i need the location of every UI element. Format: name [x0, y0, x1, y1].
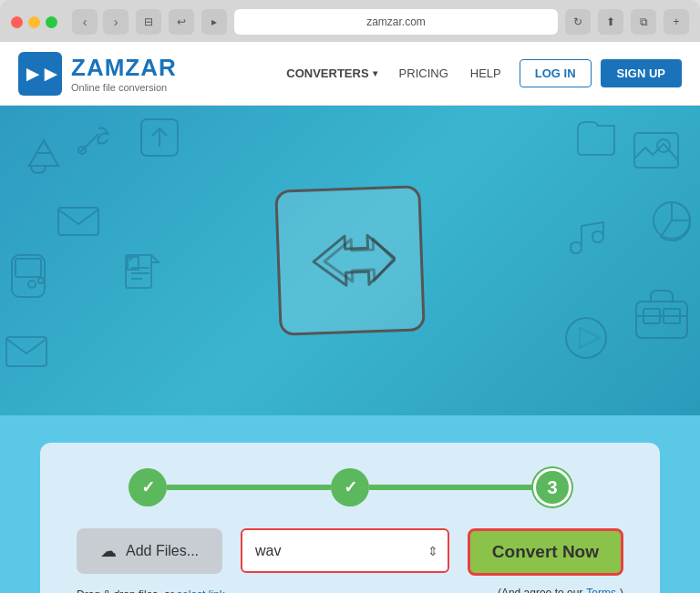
- reader-mode-button[interactable]: ↩: [169, 9, 194, 35]
- hero-arrows-svg: [304, 227, 396, 293]
- sub-left: Drag & drop files, or select link Max. f…: [77, 587, 225, 593]
- doodle-photo: [631, 124, 682, 175]
- upload-icon: ☁: [100, 541, 117, 561]
- doodle-folder: [574, 115, 618, 158]
- refresh-button[interactable]: ↻: [565, 9, 591, 35]
- add-files-label: Add Files...: [126, 543, 199, 559]
- sub-right: (And agree to our Terms ) ✉ Email when d…: [498, 587, 623, 593]
- drag-text: Drag & drop files, or: [77, 588, 174, 593]
- doodle-video: [563, 315, 609, 361]
- forward-button[interactable]: ›: [103, 9, 129, 35]
- step-2-circle: ✓: [331, 468, 369, 506]
- form-area: ✓ ✓ 3 ☁ Add Files... wav mp3: [0, 415, 700, 593]
- nav-help[interactable]: HELP: [470, 66, 501, 80]
- doodle-arrow-up: [137, 115, 182, 160]
- svg-point-5: [28, 281, 36, 288]
- close-button[interactable]: [11, 16, 23, 28]
- convert-now-button[interactable]: Convert Now: [468, 528, 623, 576]
- doodle-envelope: [5, 333, 48, 370]
- doodle-email: [55, 197, 102, 244]
- traffic-lights: [11, 16, 57, 28]
- screen-button[interactable]: ▸: [201, 9, 227, 35]
- url-bar[interactable]: zamzar.com: [234, 9, 558, 35]
- terms-close: ): [620, 587, 623, 593]
- url-text: zamzar.com: [366, 15, 426, 28]
- browser-window: ‹ › ⊟ ↩ ▸ zamzar.com ↻ ⬆ ⧉ + ►► ZAMZAR O…: [0, 0, 700, 593]
- step-line-1: [167, 485, 331, 490]
- format-select-wrap: wav mp3 aac flac ogg ⇕: [241, 528, 449, 573]
- terms-link[interactable]: Terms: [586, 587, 616, 593]
- converters-dropdown-arrow: ▾: [373, 68, 377, 78]
- hero-center-logo: [277, 188, 423, 333]
- doodle-music: [565, 215, 609, 259]
- doodle-camera-bag: [633, 283, 691, 342]
- svg-point-6: [38, 278, 44, 283]
- tabs-button[interactable]: ⧉: [631, 9, 656, 35]
- logo-tagline: Online file conversion: [71, 82, 177, 93]
- share-button[interactable]: ⬆: [598, 9, 623, 35]
- nav-pricing[interactable]: PRICING: [399, 66, 448, 80]
- svg-rect-9: [6, 337, 46, 366]
- select-link[interactable]: select link: [177, 588, 225, 593]
- step-1-circle: ✓: [129, 468, 167, 506]
- format-select[interactable]: wav mp3 aac flac ogg: [241, 528, 449, 573]
- nav-converters[interactable]: CONVERTERS ▾: [286, 66, 376, 80]
- sidebar-toggle-button[interactable]: ⊟: [136, 9, 161, 35]
- convert-button-wrap: Convert Now: [468, 528, 623, 576]
- svg-rect-2: [58, 208, 98, 235]
- terms-text: (And agree to our: [498, 587, 582, 593]
- doodle-gameboy: [5, 251, 52, 299]
- login-button[interactable]: LOG IN: [520, 59, 592, 87]
- doodle-wrench: [73, 119, 113, 159]
- form-inner: ✓ ✓ 3 ☁ Add Files... wav mp3: [40, 443, 660, 593]
- steps-bar: ✓ ✓ 3: [77, 468, 623, 506]
- hero-logo-box: [274, 185, 425, 335]
- svg-rect-4: [15, 259, 41, 277]
- minimize-button[interactable]: [28, 16, 40, 28]
- maximize-button[interactable]: [46, 16, 57, 28]
- signup-button[interactable]: SIGN UP: [601, 59, 682, 87]
- form-row: ☁ Add Files... wav mp3 aac flac ogg ⇕: [77, 528, 623, 576]
- logo-icon: ►►: [18, 52, 62, 96]
- terms-row: (And agree to our Terms ): [498, 587, 623, 593]
- step-line-2: [369, 485, 533, 490]
- header-buttons: LOG IN SIGN UP: [520, 59, 682, 87]
- site-header: ►► ZAMZAR Online file conversion CONVERT…: [0, 42, 700, 106]
- nav-links: CONVERTERS ▾ PRICING HELP: [286, 66, 500, 80]
- back-button[interactable]: ‹: [72, 9, 98, 35]
- hero-section: [0, 106, 700, 415]
- page-content: ►► ZAMZAR Online file conversion CONVERT…: [0, 42, 700, 593]
- logo-name: ZAMZAR: [71, 54, 177, 82]
- doodle-recycle: [18, 133, 69, 184]
- add-files-button[interactable]: ☁ Add Files...: [77, 528, 222, 574]
- logo-text: ZAMZAR Online file conversion: [71, 54, 177, 93]
- doodle-document: [118, 251, 162, 295]
- new-tab-button[interactable]: +: [664, 9, 689, 35]
- sub-row: Drag & drop files, or select link Max. f…: [77, 587, 623, 593]
- step-3-circle: 3: [533, 468, 571, 506]
- logo-area: ►► ZAMZAR Online file conversion: [18, 52, 177, 96]
- doodle-pie-chart: [648, 197, 695, 244]
